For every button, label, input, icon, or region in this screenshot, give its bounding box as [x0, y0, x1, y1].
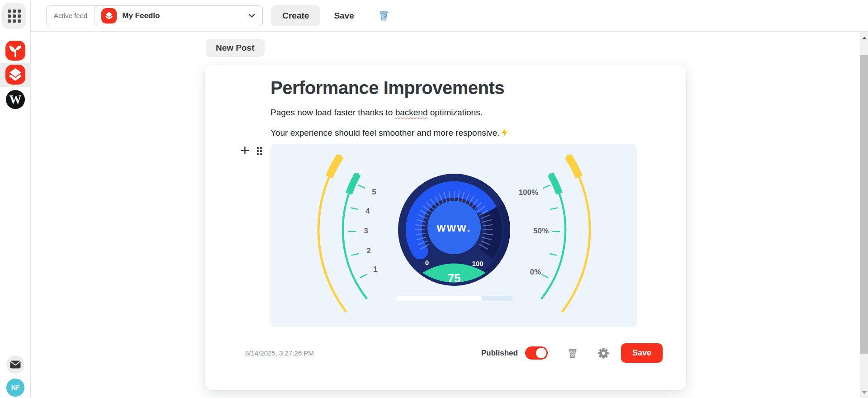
feed-select-dropdown[interactable]: My Feedlo: [95, 5, 263, 26]
sidebar-item-sprout[interactable]: [5, 41, 25, 61]
sidebar-item-mail[interactable]: [6, 355, 24, 374]
toolbar-save-button[interactable]: Save: [334, 11, 354, 21]
mail-icon: [10, 360, 21, 369]
published-toggle[interactable]: [525, 346, 548, 360]
scroll-down-arrow[interactable]: [862, 391, 867, 396]
plus-icon: [241, 146, 249, 155]
create-button[interactable]: Create: [271, 5, 320, 26]
trash-icon: [378, 9, 390, 22]
post-card: Performance Improvements Pages now load …: [205, 65, 686, 390]
scroll-up-arrow[interactable]: [862, 34, 867, 39]
body2-text: Your experience should feel smoother and…: [270, 128, 499, 137]
body1-suffix: optimizations.: [428, 108, 483, 117]
gauge-center-label: www.: [436, 221, 471, 234]
post-body-line2[interactable]: Your experience should feel smoother and…: [270, 127, 637, 139]
avatar-initials: NF: [11, 384, 20, 391]
svg-text:1: 1: [373, 265, 377, 274]
post-save-button[interactable]: Save: [621, 343, 663, 363]
feedlo-layers-icon: [5, 65, 25, 85]
sidebar-item-feedlo[interactable]: [5, 65, 25, 85]
toggle-knob: [536, 348, 546, 358]
right-scale-labels: 100% 50% 0%: [519, 188, 549, 276]
sidebar-item-wordpress[interactable]: W: [6, 90, 25, 109]
post-timestamp: 8/14/2025, 3:27:26 PM: [245, 349, 481, 357]
svg-text:4: 4: [365, 207, 370, 215]
misspelled-word: backend: [395, 108, 428, 117]
drag-handle-icon[interactable]: [257, 147, 262, 155]
illustration-block[interactable]: 5 4 3 2 1 100% 50% 0%: [270, 144, 637, 327]
yellow-arc-left-segment: [329, 156, 341, 177]
chevron-down-icon: [248, 14, 255, 18]
app-sidebar: W NF: [0, 0, 31, 398]
feedlo-logo-icon: [101, 8, 117, 24]
green-arc-left: [343, 174, 366, 298]
left-scale-labels: 5 4 3 2 1: [364, 188, 377, 274]
green-arc-right-segment: [550, 174, 560, 194]
post-title[interactable]: Performance Improvements: [270, 77, 637, 98]
gauge-band-remainder: [486, 211, 494, 254]
svg-text:0%: 0%: [530, 268, 541, 276]
vertical-scrollbar[interactable]: [860, 32, 868, 398]
top-toolbar: Active feed My Feedlo Create Save: [31, 0, 868, 32]
toolbar-trash-button[interactable]: [378, 9, 390, 22]
speedometer-illustration: 5 4 3 2 1 100% 50% 0%: [270, 144, 637, 327]
lightning-bolt-icon: [501, 128, 508, 137]
sprout-icon: [5, 41, 25, 61]
apps-grid-button[interactable]: [2, 3, 26, 29]
svg-text:2: 2: [366, 246, 370, 255]
gauge-min-label: 0: [425, 259, 429, 266]
feed-combo: Active feed My Feedlo: [46, 5, 263, 26]
apps-grid-icon: [8, 9, 21, 23]
yellow-arc-left: [318, 156, 346, 312]
active-feed-label: Active feed: [47, 12, 95, 19]
main-area: New Post Performance Improvements Pages …: [31, 32, 868, 398]
svg-text:3: 3: [364, 227, 368, 235]
gauge-max-label: 100: [472, 260, 483, 267]
yellow-arc-right: [563, 156, 590, 312]
post-body-line1[interactable]: Pages now load faster thanks to backend …: [270, 107, 637, 118]
post-card-footer: 8/14/2025, 3:27:26 PM Published: [205, 343, 686, 363]
green-arc-right: [542, 174, 565, 298]
gear-icon: [598, 347, 609, 359]
wordpress-icon: W: [9, 94, 22, 106]
gauge-value-label: 75: [448, 271, 461, 285]
published-label: Published: [481, 349, 518, 358]
svg-text:5: 5: [372, 188, 376, 196]
settings-button[interactable]: [598, 347, 609, 359]
add-block-button[interactable]: [241, 146, 249, 155]
svg-text:50%: 50%: [533, 227, 549, 235]
delete-post-button[interactable]: [567, 347, 579, 359]
user-avatar[interactable]: NF: [6, 379, 24, 397]
new-post-button[interactable]: New Post: [206, 39, 265, 57]
trash-icon: [567, 347, 579, 359]
selected-feed-name: My Feedlo: [122, 11, 248, 20]
progress-fill: [396, 296, 482, 301]
svg-text:100%: 100%: [519, 188, 538, 197]
scrollbar-thumb[interactable]: [860, 55, 868, 354]
green-arc-left-segment: [349, 174, 358, 194]
yellow-arc-right-segment: [568, 156, 579, 177]
body1-prefix: Pages now load faster thanks to: [270, 108, 395, 117]
